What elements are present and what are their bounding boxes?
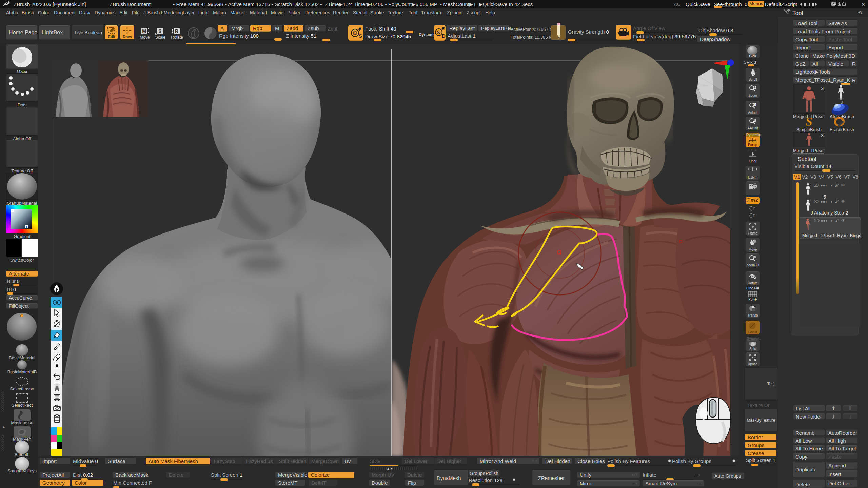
- svg-text:S: S: [158, 28, 161, 34]
- svg-text:S: S: [806, 116, 812, 128]
- svg-text:D: D: [442, 33, 446, 39]
- svg-text:M: M: [142, 28, 146, 34]
- svg-text:XYZ: XYZ: [751, 198, 758, 202]
- svg-text:x1: x1: [753, 103, 756, 106]
- svg-text:Z: Z: [753, 214, 755, 218]
- svg-text:Y: Y: [753, 207, 755, 210]
- svg-text:S: S: [359, 33, 362, 39]
- svg-text:R: R: [175, 28, 178, 34]
